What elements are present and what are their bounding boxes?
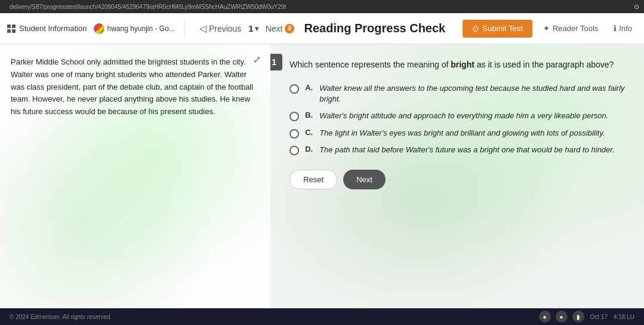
- option-a-letter: A.: [305, 83, 313, 92]
- option-d-text: The path that laid before Walter's futur…: [319, 145, 615, 155]
- option-c[interactable]: C. The light in Walter's eyes was bright…: [289, 128, 625, 139]
- chevron-down-icon: ▾: [255, 24, 258, 33]
- option-a-radio[interactable]: [289, 84, 299, 94]
- next-button[interactable]: Next 0: [261, 20, 300, 37]
- option-c-text: The light in Walter's eyes was bright an…: [319, 128, 605, 139]
- info-button[interactable]: ℹ Info: [609, 20, 637, 36]
- grid-icon: [7, 24, 16, 33]
- question-text: Which sentence represents the meaning of…: [289, 59, 625, 71]
- next-label: Next: [266, 24, 283, 33]
- browser-icon: ⊙: [634, 3, 639, 11]
- submit-label: Submit Test: [482, 24, 523, 33]
- info-label: Info: [619, 24, 632, 33]
- question-text-prefix: Which sentence represents the meaning of: [289, 60, 451, 69]
- browser-bar: delivery/S87/progresstest/launch/4209045…: [0, 0, 644, 13]
- submit-icon: ⊙: [472, 24, 479, 33]
- url-bar: delivery/S87/progresstest/launch/4209045…: [10, 4, 634, 10]
- option-a-text: Walter knew all the answers to the upcom…: [319, 83, 625, 105]
- next-action-button[interactable]: Next: [343, 170, 386, 189]
- next-badge: 0: [285, 24, 294, 33]
- option-d-letter: D.: [305, 145, 313, 154]
- footer-icon-1: ●: [539, 311, 551, 323]
- question-panel: 1 Which sentence represents the meaning …: [270, 44, 644, 308]
- option-b-radio[interactable]: [289, 112, 299, 121]
- nav-divider: [184, 20, 185, 38]
- footer-icon-2: ●: [556, 311, 568, 323]
- reader-tools-label: Reader Tools: [553, 24, 598, 33]
- option-b[interactable]: B. Walter's bright attitude and approach…: [289, 111, 625, 121]
- wand-icon: ✦: [543, 24, 550, 33]
- page-number-selector[interactable]: 1 ▾: [246, 23, 260, 33]
- action-row: Reset Next: [289, 170, 625, 189]
- student-info-label: Student Information: [19, 24, 87, 33]
- footer-icons: ● ● ▮: [539, 311, 584, 323]
- answer-options-list: A. Walter knew all the answers to the up…: [289, 83, 625, 155]
- option-c-letter: C.: [305, 128, 313, 137]
- previous-button[interactable]: ◁ Previous: [195, 19, 246, 38]
- reset-button[interactable]: Reset: [289, 170, 337, 189]
- passage-panel: ⤢ Parker Middle School only admitted the…: [0, 44, 270, 308]
- question-text-suffix: as it is used in the paragraph above?: [474, 60, 614, 69]
- passage-text: Parker Middle School only admitted the b…: [11, 56, 260, 118]
- google-icon: [94, 23, 104, 34]
- main-content: ⤢ Parker Middle School only admitted the…: [0, 44, 644, 308]
- option-d-radio[interactable]: [289, 146, 299, 155]
- google-tab-label: hwang hyunjin - Go...: [107, 24, 174, 33]
- option-d[interactable]: D. The path that laid before Walter's fu…: [289, 145, 625, 155]
- option-b-text: Walter's bright attitude and approach to…: [319, 111, 608, 121]
- submit-test-button[interactable]: ⊙ Submit Test: [463, 20, 532, 38]
- student-info-button[interactable]: Student Information: [7, 24, 87, 33]
- nav-right-actions: ⊙ Submit Test ✦ Reader Tools ℹ Info: [463, 20, 637, 38]
- previous-label: Previous: [209, 24, 241, 33]
- footer-right: ● ● ▮ Oct 17 4:18 LU: [539, 311, 635, 323]
- info-icon: ℹ: [614, 24, 617, 33]
- copyright-text: © 2024 Edmentum. All rights reserved.: [10, 314, 112, 320]
- page-title: Reading Progress Check: [304, 22, 463, 35]
- nav-bar: Student Information hwang hyunjin - Go..…: [0, 13, 644, 44]
- option-a[interactable]: A. Walter knew all the answers to the up…: [289, 83, 625, 105]
- footer: © 2024 Edmentum. All rights reserved. ● …: [0, 308, 644, 325]
- option-c-radio[interactable]: [289, 129, 299, 139]
- option-b-letter: B.: [305, 111, 313, 119]
- left-arrow-icon: ◁: [199, 23, 207, 34]
- footer-icon-3: ▮: [572, 311, 584, 323]
- page-number: 1: [248, 23, 253, 33]
- battery-text: 4:18 LU: [614, 314, 634, 320]
- question-number-badge: 1: [270, 54, 282, 70]
- date-text: Oct 17: [590, 314, 608, 320]
- reader-tools-button[interactable]: ✦ Reader Tools: [537, 20, 604, 36]
- question-bold-word: bright: [451, 60, 474, 69]
